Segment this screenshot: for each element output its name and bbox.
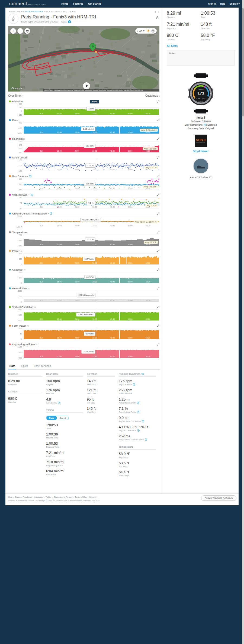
expand-chart-icon[interactable] (157, 100, 159, 103)
top-navbar: connectpowered by Garmin HomeFeaturesGet… (0, 0, 244, 8)
expand-chart-icon[interactable] (157, 324, 159, 327)
nav-signin[interactable]: Sign In (208, 2, 216, 5)
stat-item: 256 spmMax Cadence (119, 388, 156, 395)
prev-activity-arrow[interactable]: ‹ (155, 10, 156, 14)
expand-chart-icon[interactable] (157, 231, 159, 233)
footer-link-statement-of-privacy[interactable]: Statement of Privacy (54, 496, 72, 498)
info-icon[interactable]: ? (142, 373, 144, 375)
gear-name[interactable]: Asics DS Trainer 17 (167, 176, 235, 179)
map-layers-button[interactable] (24, 28, 30, 34)
svg-text:58:20: 58:20 (146, 337, 150, 339)
info-icon[interactable]: ? (58, 402, 60, 404)
magnifier-icon[interactable] (151, 29, 155, 33)
share-icon[interactable] (156, 16, 159, 21)
expand-chart-icon[interactable] (157, 268, 159, 271)
chart-dropdown-caret[interactable]: ▾ (48, 213, 49, 215)
bearing-collapse-icon[interactable]: ‹ (137, 29, 138, 32)
elev-corrections: Elev Corrections ? : Disabled (167, 123, 235, 126)
footer-link-terms-of-use[interactable]: Terms of Use (75, 496, 87, 498)
notes-input[interactable] (167, 50, 235, 66)
info-icon[interactable]: ? (137, 429, 140, 432)
chart-stride-length[interactable]: Stride Length 8:2016:4025:0033:2041:4050… (8, 155, 160, 172)
chart-gct-balance[interactable]: Ground Contact Time Balance ▾ ? 8:2016:4… (8, 212, 160, 228)
chart-vertical-oscillation[interactable]: Vertical Oscillation IQ 8:2016:4025:0033… (8, 305, 160, 321)
nav-link-get-started[interactable]: Get Started (88, 2, 101, 5)
tab-stats[interactable]: Stats (8, 363, 16, 369)
chart-leg-spring-stiffness[interactable]: Leg Spring Stiffness IQ 8:2016:4025:0033… (8, 342, 160, 359)
info-icon[interactable]: ? (50, 212, 52, 215)
chart-heart-rate[interactable]: Heart Rate 8:2016:4025:0033:2041:4050:00… (8, 137, 160, 153)
stryd-power-link[interactable]: Stryd Power (167, 150, 235, 153)
device-name[interactable]: fenix 3 (167, 116, 235, 119)
nav-link-features[interactable]: Features (73, 2, 84, 5)
course[interactable]: Course: -- (50, 20, 60, 23)
stat-item: 1.25 mAvg Stride Length? (119, 397, 156, 404)
footer-link-twitter[interactable]: Twitter (46, 496, 52, 498)
chart-ground-time[interactable]: Ground Time IQ 8:2016:4025:0033:2041:405… (8, 286, 160, 303)
footer-link-help[interactable]: Help (8, 496, 12, 498)
pace-speed-toggle[interactable]: PaceSpeed (46, 416, 69, 420)
chart-run-cadence[interactable]: Run Cadence ? 8:2016:4025:0033:2041:4050… (8, 174, 160, 190)
expand-chart-icon[interactable] (157, 287, 159, 290)
event-type[interactable]: Event Type: Uncategorized (21, 20, 49, 23)
nav-help[interactable]: Help (220, 2, 225, 5)
info-icon[interactable]: ? (142, 420, 144, 422)
expand-chart-icon[interactable] (157, 119, 159, 121)
info-icon[interactable]: ? (31, 194, 33, 196)
gear-count-badge[interactable]: 1 (68, 20, 71, 23)
info-icon[interactable]: ? (145, 438, 147, 441)
expand-chart-icon[interactable] (157, 306, 159, 308)
info-icon[interactable]: ? (137, 411, 139, 413)
all-stats-link[interactable]: All Stats (167, 44, 235, 47)
chart-elevation[interactable]: Elevation 8:2016:4025:0033:2041:4050:005… (8, 99, 160, 116)
expand-chart-icon[interactable] (157, 156, 159, 159)
page-scrollbar[interactable] (242, 0, 244, 644)
chart-power[interactable]: Power IQ 8:2016:4025:0033:2041:4050:0058… (8, 249, 160, 265)
device-block: Cadence 171 220 8.1 GARMIN fenix 3 Softw… (167, 73, 235, 179)
info-icon[interactable]: ? (133, 383, 135, 386)
expand-chart-icon[interactable] (157, 175, 159, 177)
chart-temperature[interactable]: Temperature 8:2016:4025:0033:2041:4050:0… (8, 230, 160, 246)
map-zoom-out-button[interactable]: − (17, 28, 23, 34)
next-activity-arrow[interactable]: › (158, 10, 159, 14)
activity-tracking-accuracy-button[interactable]: Activity Tracking Accuracy (201, 495, 236, 501)
chart-vertical-ratio[interactable]: Vertical Ratio ▾ ? 8:2016:4025:0033:2041… (8, 193, 160, 209)
activity-map[interactable]: + − ‹ 48.0° Google Imagery ©2017 , Aerod… (8, 26, 159, 92)
tab-splits[interactable]: Splits (21, 363, 28, 369)
footer-link-security[interactable]: Security (89, 496, 97, 498)
footer-link-status[interactable]: Status (15, 496, 20, 498)
chart-cadence[interactable]: Cadence IQ 8:2016:4025:0033:2041:4050:00… (8, 268, 160, 284)
info-icon[interactable]: ? (29, 175, 31, 177)
nav-english[interactable]: English ▾ (230, 2, 240, 5)
expand-chart-icon[interactable] (157, 194, 159, 196)
footer-link-instagram[interactable]: Instagram (34, 496, 43, 498)
nav-link-home[interactable]: Home (62, 2, 68, 5)
footer-link-facebook[interactable]: Facebook (23, 496, 32, 498)
scrollbar-thumb[interactable] (242, 8, 244, 116)
powered-by-garmin: powered by Garmin (28, 4, 46, 5)
svg-text:1000: 1000 (18, 290, 22, 292)
username-link[interactable]: DCRAINMAKER (25, 10, 44, 13)
chart-dropdown-caret[interactable]: ▾ (28, 194, 30, 196)
connect-logo[interactable]: connectpowered by Garmin (9, 1, 46, 6)
info-icon[interactable]: ? (204, 124, 206, 126)
shoe-icon[interactable] (193, 158, 209, 174)
chart-pace[interactable]: Pace 8:2016:4025:0033:2041:4050:0058:200… (8, 118, 160, 134)
over-time-dropdown[interactable]: Over Time ▾ (8, 94, 23, 97)
expand-chart-icon[interactable] (157, 212, 159, 215)
chart-form-power[interactable]: Form Power IQ 8:2016:4025:0033:2041:4050… (8, 324, 160, 340)
map-zoom-in-button[interactable]: + (10, 28, 16, 34)
tab-time-in-zones[interactable]: Time in Zones (33, 363, 52, 369)
expand-chart-icon[interactable] (157, 138, 159, 140)
expand-chart-icon[interactable] (157, 343, 159, 346)
svg-text:200: 200 (19, 178, 22, 180)
expand-chart-icon[interactable] (157, 250, 159, 252)
map-bearing-control[interactable]: ‹ 48.0° (135, 28, 157, 34)
sun-icon[interactable] (147, 29, 150, 32)
svg-text:250: 250 (19, 107, 22, 109)
map-play-button[interactable] (83, 82, 90, 89)
info-icon[interactable]: ? (137, 402, 139, 404)
svg-text:8:20: 8:20 (40, 187, 43, 189)
customize-dropdown[interactable]: Customize ▾ (145, 94, 160, 97)
svg-text:GARMIN: GARMIN (198, 101, 203, 103)
